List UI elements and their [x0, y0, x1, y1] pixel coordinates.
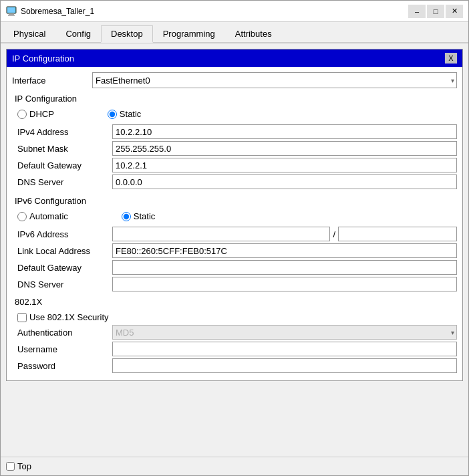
link-local-row: Link Local Address [12, 243, 457, 258]
main-content: IP Configuration X Interface FastEtherne… [1, 43, 468, 457]
ipv4-dhcp-option[interactable]: DHCP [17, 109, 54, 119]
tab-config[interactable]: Config [55, 25, 101, 43]
ipv4-address-label: IPv4 Address [12, 127, 112, 137]
ipv4-radio-group: DHCP Static [12, 106, 457, 122]
interface-row: Interface FastEthernet0 ▾ [12, 72, 457, 88]
ipv6-separator: / [333, 229, 335, 239]
tab-desktop[interactable]: Desktop [101, 25, 153, 43]
window-title: Sobremesa_Taller_1 [21, 7, 408, 16]
top-checkbox-label[interactable]: Top [6, 461, 31, 471]
tab-programming[interactable]: Programming [153, 25, 225, 43]
close-window-button[interactable]: ✕ [446, 5, 463, 18]
8021x-section: 802.1X Use 802.1X Security Authenticatio… [12, 297, 457, 373]
ipv6-address-row: IPv6 Address / [12, 227, 457, 241]
auth-select-wrapper: MD5 ▾ [112, 325, 457, 340]
ipv4-gateway-row: Default Gateway [12, 158, 457, 172]
ipv4-dns-row: DNS Server [12, 174, 457, 189]
link-local-input[interactable] [112, 243, 457, 258]
interface-label: Interface [12, 76, 92, 86]
maximize-button[interactable]: □ [427, 5, 444, 18]
ipv4-section-heading: IP Configuration [12, 94, 457, 104]
password-label: Password [12, 361, 112, 371]
ipv6-section-heading: IPv6 Configuration [12, 196, 457, 206]
ipv6-prefix-input[interactable] [338, 227, 457, 241]
ipv4-gateway-label: Default Gateway [12, 160, 112, 170]
ipv6-auto-radio[interactable] [17, 212, 27, 221]
use-8021x-label: Use 802.1X Security [29, 312, 109, 322]
panel-body: Interface FastEthernet0 ▾ IP Configurati… [7, 67, 462, 380]
interface-select[interactable]: FastEthernet0 [92, 72, 457, 88]
top-checkbox[interactable] [6, 462, 15, 471]
panel-close-button[interactable]: X [445, 53, 457, 64]
main-window: Sobremesa_Taller_1 – □ ✕ Physical Config… [0, 0, 469, 476]
username-row: Username [12, 342, 457, 356]
minimize-button[interactable]: – [408, 5, 426, 18]
subnet-mask-input[interactable] [112, 141, 457, 156]
ipv6-dns-input[interactable] [112, 277, 457, 291]
ipv6-auto-label: Automatic [29, 211, 68, 221]
password-row: Password [12, 358, 457, 373]
auth-label: Authentication [12, 328, 112, 338]
ipv6-radio-group: Automatic Static [12, 209, 457, 224]
username-label: Username [12, 344, 112, 354]
ipv6-address-label: IPv6 Address [12, 229, 112, 239]
subnet-mask-label: Subnet Mask [12, 144, 112, 154]
ipv4-dhcp-radio[interactable] [17, 110, 27, 119]
ipv4-dns-label: DNS Server [12, 177, 112, 187]
svg-rect-2 [8, 15, 15, 16]
app-icon [6, 6, 17, 17]
interface-select-wrapper: FastEthernet0 ▾ [92, 72, 457, 88]
password-input[interactable] [112, 358, 457, 373]
tab-attributes[interactable]: Attributes [225, 25, 282, 43]
subnet-mask-row: Subnet Mask [12, 141, 457, 156]
tab-physical[interactable]: Physical [3, 25, 55, 43]
8021x-section-heading: 802.1X [12, 297, 457, 307]
link-local-label: Link Local Address [12, 246, 112, 256]
use-8021x-row: Use 802.1X Security [12, 310, 457, 325]
ipv6-gateway-row: Default Gateway [12, 260, 457, 275]
ipv4-static-radio[interactable] [108, 110, 117, 119]
ipv6-static-label: Static [134, 211, 156, 221]
ipv6-dns-label: DNS Server [12, 279, 112, 289]
ipv6-gateway-label: Default Gateway [12, 263, 112, 273]
username-input[interactable] [112, 342, 457, 356]
ipv6-address-input[interactable] [112, 227, 330, 241]
use-8021x-checkbox[interactable] [17, 313, 27, 322]
svg-rect-1 [9, 13, 14, 15]
window-controls: – □ ✕ [408, 5, 463, 18]
ipv4-gateway-input[interactable] [112, 158, 457, 172]
ipv6-dns-row: DNS Server [12, 277, 457, 291]
ipv6-auto-option[interactable]: Automatic [17, 211, 68, 221]
tab-bar: Physical Config Desktop Programming Attr… [1, 22, 468, 43]
ipv6-gateway-input[interactable] [112, 260, 457, 275]
bottom-bar: Top [1, 457, 468, 475]
ipv4-dhcp-label: DHCP [29, 109, 54, 119]
ipv4-static-option[interactable]: Static [108, 109, 142, 119]
auth-row: Authentication MD5 ▾ [12, 325, 457, 340]
panel-title: IP Configuration [12, 53, 74, 64]
ipv6-static-radio[interactable] [122, 212, 131, 221]
ipv6-static-option[interactable]: Static [122, 211, 156, 221]
ipv4-dns-input[interactable] [112, 174, 457, 189]
ipv4-address-input[interactable] [112, 124, 457, 139]
ip-config-panel: IP Configuration X Interface FastEtherne… [6, 49, 463, 381]
panel-header: IP Configuration X [7, 49, 462, 67]
top-label: Top [17, 461, 31, 471]
ipv4-static-label: Static [120, 109, 142, 119]
auth-select[interactable]: MD5 [112, 325, 457, 340]
ipv6-address-group: / [112, 227, 457, 241]
svg-rect-3 [7, 7, 15, 13]
ipv4-address-row: IPv4 Address [12, 124, 457, 139]
title-bar: Sobremesa_Taller_1 – □ ✕ [1, 1, 468, 22]
